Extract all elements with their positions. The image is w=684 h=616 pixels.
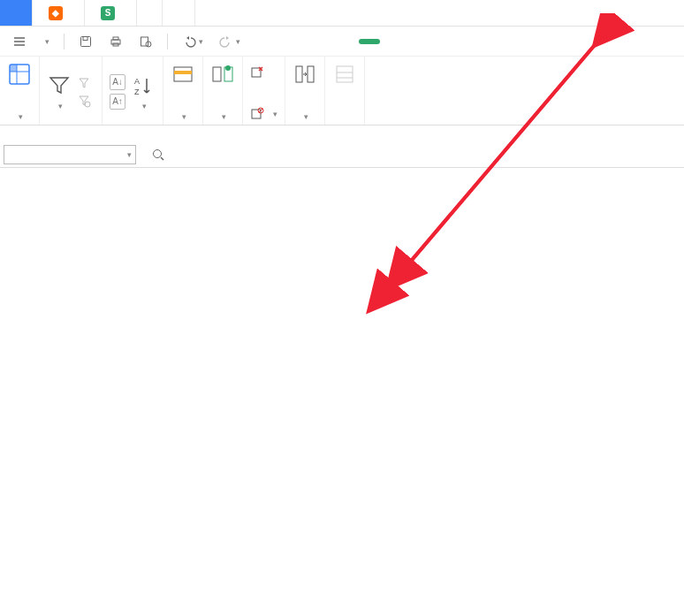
- name-box[interactable]: ▾: [4, 145, 136, 164]
- chevron-down-icon: ▾: [304, 112, 308, 121]
- ribbon-showall[interactable]: [77, 76, 95, 90]
- svg-point-18: [225, 65, 231, 71]
- chevron-down-icon: ▾: [45, 37, 49, 46]
- document-tabs: ◆ S: [0, 0, 684, 27]
- menu-bar: ▾ ▾ ▾: [0, 27, 684, 57]
- menu-hamburger[interactable]: [7, 31, 32, 52]
- svg-rect-25: [296, 66, 302, 82]
- ribbon-reapply[interactable]: [77, 94, 95, 108]
- menu-file[interactable]: ▾: [37, 34, 55, 49]
- chevron-down-icon: ▾: [273, 110, 277, 118]
- qa-preview[interactable]: [133, 31, 158, 52]
- preview-icon: [139, 34, 153, 49]
- ribbon-reject-dup[interactable]: ▾: [250, 107, 277, 121]
- svg-point-11: [85, 102, 90, 107]
- svg-line-31: [161, 157, 163, 160]
- menu-formula[interactable]: [336, 38, 353, 45]
- menu-pagelayout[interactable]: [313, 38, 331, 45]
- cols-icon: [293, 62, 317, 87]
- compare-icon: [210, 62, 235, 87]
- pivot-icon: [7, 62, 32, 87]
- svg-rect-26: [308, 66, 314, 82]
- tab-workbook1[interactable]: S: [85, 0, 137, 26]
- menu-data[interactable]: [359, 39, 380, 44]
- chevron-down-icon: ▾: [142, 102, 147, 110]
- chevron-down-icon: ▾: [19, 112, 23, 121]
- svg-rect-15: [174, 71, 192, 74]
- ribbon-highlight-dup[interactable]: ▾: [163, 57, 203, 125]
- spreadsheet-icon: S: [101, 6, 115, 20]
- chevron-down-icon: ▾: [236, 37, 240, 46]
- menu-insert[interactable]: [290, 38, 308, 45]
- ribbon: ▾ ▾ A↓ A↑ AZ ▾ ▾ ▾: [0, 57, 684, 125]
- svg-rect-27: [337, 66, 353, 82]
- docer-icon: ◆: [49, 6, 63, 20]
- sort-icon: AZ: [131, 73, 156, 98]
- chevron-down-icon: ▾: [58, 102, 63, 110]
- reapply-icon: [77, 94, 91, 108]
- svg-rect-0: [81, 36, 91, 46]
- print-icon: [109, 34, 123, 49]
- hamburger-icon: [12, 34, 27, 49]
- formula-bar: ▾: [0, 141, 684, 168]
- ribbon-dup-group: ▾: [243, 57, 285, 125]
- ribbon-filter-group: ▾: [40, 57, 103, 125]
- svg-text:Z: Z: [134, 87, 140, 96]
- svg-rect-3: [113, 37, 118, 40]
- tab-docer[interactable]: ◆: [33, 0, 85, 26]
- remove-dup-icon: [250, 65, 264, 80]
- sort-asc[interactable]: A↓: [110, 74, 125, 90]
- ribbon-remove-dup[interactable]: [250, 65, 269, 80]
- funnel-icon: [47, 73, 72, 98]
- tab-more[interactable]: [137, 0, 163, 26]
- chevron-down-icon: ▾: [222, 112, 226, 121]
- sort-desc[interactable]: A↑: [110, 94, 125, 110]
- tab-new[interactable]: [163, 0, 195, 26]
- ribbon-autofilter[interactable]: ▾: [47, 73, 72, 110]
- chevron-down-icon: ▾: [199, 37, 203, 46]
- menu-review[interactable]: [385, 38, 403, 45]
- qa-print[interactable]: [103, 31, 128, 52]
- showall-icon: [77, 76, 91, 90]
- svg-text:A: A: [134, 77, 140, 86]
- qa-save[interactable]: [73, 31, 98, 52]
- svg-rect-1: [83, 36, 87, 40]
- zoom-icon[interactable]: [150, 147, 166, 163]
- ribbon-data-compare[interactable]: ▾: [203, 57, 243, 125]
- ribbon-sort[interactable]: AZ ▾: [131, 73, 156, 110]
- ribbon-text-to-columns[interactable]: ▾: [285, 57, 325, 125]
- svg-rect-8: [10, 65, 17, 72]
- reject-dup-icon: [250, 107, 264, 121]
- undo-icon: [182, 34, 196, 49]
- ribbon-pivot[interactable]: ▾: [0, 57, 40, 125]
- svg-rect-22: [252, 110, 261, 118]
- chevron-down-icon: ▾: [127, 150, 132, 159]
- chevron-down-icon: ▾: [182, 112, 186, 121]
- svg-point-30: [154, 149, 162, 157]
- highlight-dup-icon: [171, 62, 195, 87]
- ribbon-smartfill: [325, 57, 365, 125]
- redo-icon: [219, 34, 233, 49]
- menu-view[interactable]: [408, 38, 426, 45]
- menu-start[interactable]: [267, 38, 285, 45]
- ribbon-sort-group: A↓ A↑ AZ ▾: [103, 57, 163, 125]
- qa-undo[interactable]: ▾: [177, 31, 209, 52]
- qa-redo[interactable]: ▾: [214, 31, 246, 52]
- save-icon: [79, 34, 93, 49]
- smartfill-icon: [332, 62, 357, 87]
- svg-rect-16: [213, 67, 221, 81]
- tab-home[interactable]: [0, 0, 33, 26]
